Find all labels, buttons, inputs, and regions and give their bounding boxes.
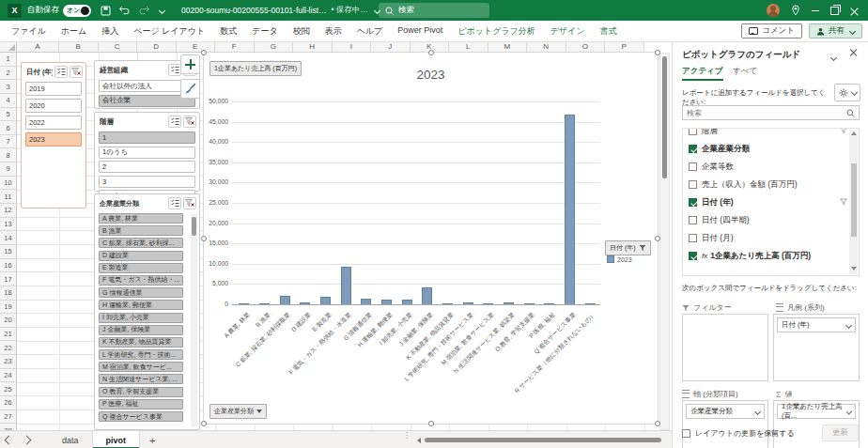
bar-I 卸売業, 小売業[interactable]	[402, 300, 412, 304]
chart-elements-button[interactable]	[180, 54, 200, 74]
chart-legend-field-button[interactable]: 日付 (年)	[605, 240, 651, 255]
bar-R サービス業（他に分類されないもの）[interactable]	[585, 303, 596, 304]
row-header-22[interactable]: 22	[0, 341, 17, 355]
slicer-scrollbar[interactable]	[191, 213, 197, 426]
column-header-D[interactable]: D	[137, 41, 177, 53]
chart-selection-handle[interactable]	[201, 50, 207, 55]
slicer-企業産業分類[interactable]: 企業産業分類A 農業, 林業B 漁業C 鉱業, 採石業, 砂利採...D 建設業…	[94, 193, 200, 430]
ribbon-tab-12[interactable]: 書式	[593, 25, 625, 38]
bar-F 電気・ガス・熱供給・水道業[interactable]	[341, 267, 351, 304]
field-row-売上（収入）金額 (百万円)[interactable]: 売上（収入）金額 (百万円)	[683, 176, 859, 193]
ribbon-tab-6[interactable]: 校閲	[286, 25, 318, 38]
slicer-item-2[interactable]: 2	[99, 161, 195, 173]
chart-axis-field-button[interactable]: 企業産業分類	[209, 404, 267, 419]
slicer-item-I 卸売業, 小売業[interactable]: I 卸売業, 小売業	[99, 313, 183, 323]
bar-N 生活関連サービス業, 娯楽業[interactable]	[504, 302, 514, 304]
ribbon-tab-7[interactable]: 表示	[318, 25, 349, 38]
slicer-item-B 漁業[interactable]: B 漁業	[99, 225, 183, 236]
redo-icon[interactable]	[138, 6, 150, 15]
horizontal-scrollbar-thumb[interactable]	[425, 438, 661, 442]
field-list-scrollbar-thumb[interactable]	[851, 163, 857, 237]
column-header-A[interactable]: A	[17, 41, 59, 53]
row-header-11[interactable]: 11	[0, 190, 17, 204]
prev-sheet-icon[interactable]	[5, 436, 14, 445]
slicer-item-N 生活関連サービス業, ...[interactable]: N 生活関連サービス業, ...	[99, 374, 183, 384]
clear-filter-icon[interactable]	[183, 197, 196, 209]
slicer-item-P 医療, 福祉[interactable]: P 医療, 福祉	[99, 399, 183, 409]
slicer-item-L 学術研究, 専門・技術...[interactable]: L 学術研究, 専門・技術...	[99, 349, 183, 360]
axis-area-box[interactable]: 企業産業分類	[682, 400, 768, 448]
restore-button[interactable]	[830, 7, 839, 15]
vertical-scrollbar-thumb[interactable]	[662, 56, 667, 178]
clear-filter-icon[interactable]	[183, 116, 196, 128]
bar-J 金融業, 保険業[interactable]	[422, 287, 432, 304]
slicer-item-A 農業, 林業[interactable]: A 農業, 林業	[99, 213, 183, 224]
ribbon-tab-10[interactable]: ピボットグラフ分析	[450, 25, 542, 38]
field-list[interactable]: 階層企業産業分類企業等数売上（収入）金額 (百万円)日付 (年)日付 (四半期)…	[682, 128, 860, 276]
bar-D 建設業[interactable]	[300, 302, 310, 304]
horizontal-scrollbar[interactable]	[417, 436, 661, 444]
chip-dropdown-icon[interactable]	[754, 408, 761, 414]
slicer-item-2019[interactable]: 2019	[25, 82, 82, 96]
row-header-1[interactable]: 1	[0, 53, 17, 67]
slicer-item-Q 複合サービス事業[interactable]: Q 複合サービス事業	[99, 411, 183, 422]
row-header-21[interactable]: 21	[0, 328, 17, 342]
row-header-5[interactable]: 5	[0, 108, 17, 122]
panel-tab-all[interactable]: すべて	[733, 66, 757, 77]
chart-selection-handle[interactable]	[655, 421, 660, 426]
slicer-item-1のうち[interactable]: 1のうち	[99, 147, 195, 159]
area-chip-企業産業分類[interactable]: 企業産業分類	[686, 404, 765, 419]
row-header-3[interactable]: 3	[0, 80, 17, 94]
row-header-20[interactable]: 20	[0, 314, 17, 328]
sheet-tab-pivot[interactable]: pivot	[93, 431, 141, 448]
slicer-scrollbar-thumb[interactable]	[192, 217, 196, 236]
slicer-item-2020[interactable]: 2020	[25, 99, 82, 113]
chip-dropdown-icon[interactable]	[845, 321, 852, 328]
panel-close-icon[interactable]	[849, 49, 857, 58]
next-sheet-icon[interactable]	[23, 436, 32, 445]
ribbon-tab-3[interactable]: ページ レイアウト	[126, 25, 212, 38]
ribbon-tab-0[interactable]: ファイル	[4, 25, 54, 38]
bar-A 農業, 林業[interactable]	[239, 303, 249, 304]
row-header-27[interactable]: 27	[0, 410, 17, 425]
bar-M 宿泊業, 飲食サービス業[interactable]	[483, 303, 493, 304]
slicer-item-1[interactable]: 1	[99, 131, 195, 144]
row-header-8[interactable]: 8	[0, 148, 17, 162]
row-header-9[interactable]: 9	[0, 162, 17, 177]
row-header-17[interactable]: 17	[0, 272, 17, 286]
slicer-item-2023[interactable]: 2023	[25, 132, 82, 147]
autosave-control[interactable]: 自動保存 オン	[27, 5, 91, 17]
area-chip-日付 (年)[interactable]: 日付 (年)	[777, 317, 856, 332]
scroll-up-icon[interactable]	[851, 131, 857, 135]
slicer-日付 (年)[interactable]: 日付 (年)2019202020222023	[21, 62, 86, 209]
sheet-tab-data[interactable]: data	[49, 431, 93, 448]
slicer-階層[interactable]: 階層11のうち233のうち	[94, 112, 200, 192]
row-header-13[interactable]: 13	[0, 218, 17, 232]
scrollbar-splitter[interactable]: ⋮	[403, 434, 407, 438]
field-row-日付 (四半期)[interactable]: 日付 (四半期)	[683, 211, 859, 229]
document-title[interactable]: 00200-soumu-00200555-00101-full-list… • …	[181, 5, 380, 16]
field-checkbox[interactable]	[689, 198, 697, 207]
tools-button[interactable]	[834, 84, 860, 101]
bar-G 情報通信業[interactable]	[361, 299, 371, 304]
slicer-item-3[interactable]: 3	[99, 176, 195, 188]
filters-area-box[interactable]	[682, 314, 768, 381]
row-header-10[interactable]: 10	[0, 177, 17, 191]
slicer-item-D 建設業[interactable]: D 建設業	[99, 251, 183, 261]
field-row-企業産業分類[interactable]: 企業産業分類	[683, 140, 859, 158]
chart-selection-handle[interactable]	[655, 50, 660, 55]
field-checkbox[interactable]	[689, 234, 697, 242]
bar-L 学術研究, 専門・技術サービス業[interactable]	[463, 302, 473, 304]
slicer-item-M 宿泊業, 飲食サービ...[interactable]: M 宿泊業, 飲食サービ...	[99, 362, 183, 372]
bar-E 製造業[interactable]	[320, 297, 331, 304]
row-header-28[interactable]: 28	[0, 424, 17, 430]
chart-selection-handle[interactable]	[201, 421, 207, 426]
row-header-7[interactable]: 7	[0, 135, 17, 149]
row-header-14[interactable]: 14	[0, 231, 17, 245]
area-chip-1企業あたり売上高 (百...[interactable]: 1企業あたり売上高 (百...	[777, 404, 856, 419]
row-header-18[interactable]: 18	[0, 286, 17, 301]
chart-legend-entry[interactable]: 2023	[607, 255, 632, 263]
chart-styles-button[interactable]	[180, 79, 200, 99]
scroll-down-icon[interactable]	[851, 267, 857, 270]
pin-icon[interactable]	[791, 5, 800, 16]
